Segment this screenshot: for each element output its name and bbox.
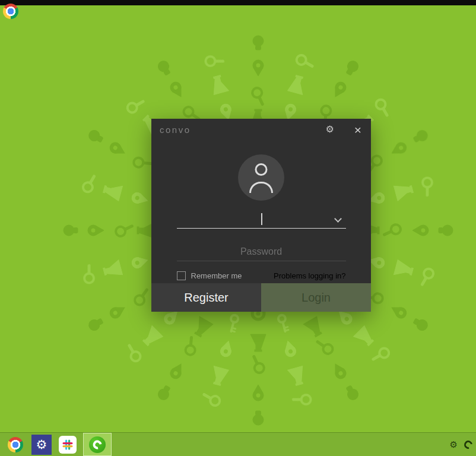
chrome-icon — [8, 437, 23, 452]
remember-me-checkbox[interactable]: Remember me — [177, 271, 242, 280]
login-button[interactable]: Login — [261, 283, 371, 312]
convo-logo-icon — [89, 436, 106, 453]
convo-login-window: convo ⚙ × Remember me Problems logging i… — [151, 119, 371, 312]
options-row: Remember me Problems logging in? — [177, 271, 346, 280]
remember-me-label: Remember me — [191, 271, 242, 280]
system-tray: ⚙ — [450, 433, 472, 456]
settings-gear-icon: ⚙ — [31, 435, 52, 455]
taskbar-convo-icon[interactable] — [83, 433, 112, 456]
top-strip — [0, 0, 476, 5]
taskbar-slack-icon[interactable] — [55, 433, 81, 456]
password-input[interactable] — [177, 242, 346, 261]
password-field — [177, 242, 346, 261]
button-row: Register Login — [151, 283, 371, 312]
titlebar-actions: ⚙ × — [323, 122, 364, 137]
convo-swirl-icon — [91, 438, 104, 451]
text-caret — [261, 213, 262, 225]
problems-logging-in-link[interactable]: Problems logging in? — [274, 271, 345, 280]
desktop: convo ⚙ × Remember me Problems logging i… — [0, 0, 476, 456]
app-title: convo — [160, 125, 191, 135]
settings-gear-icon[interactable]: ⚙ — [323, 124, 336, 135]
checkbox-box-icon[interactable] — [177, 271, 186, 280]
avatar-head-icon — [255, 163, 268, 176]
slack-icon — [59, 436, 77, 454]
taskbar-settings-icon[interactable]: ⚙ — [28, 433, 55, 456]
chrome-icon[interactable] — [3, 4, 18, 19]
register-button[interactable]: Register — [151, 283, 261, 312]
titlebar[interactable]: convo ⚙ × — [151, 119, 371, 140]
tray-gear-icon[interactable]: ⚙ — [450, 440, 458, 449]
taskbar-chrome-icon[interactable] — [2, 433, 28, 456]
tray-convo-icon[interactable] — [462, 439, 474, 450]
close-icon[interactable]: × — [352, 122, 364, 137]
username-field — [177, 211, 346, 229]
avatar-shoulders-icon — [249, 182, 273, 193]
taskbar: ⚙ ⚙ — [0, 432, 476, 456]
avatar — [238, 154, 284, 201]
